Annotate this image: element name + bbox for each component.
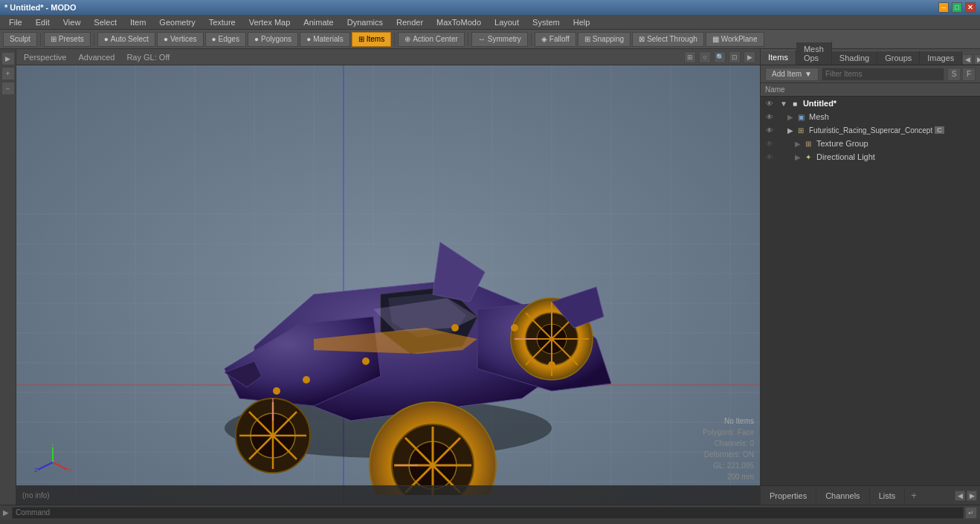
action-center-button[interactable]: ⊕ Action Center: [398, 32, 465, 47]
menu-item-help[interactable]: Help: [567, 16, 596, 28]
title-bar: * Untitled* - MODO ─ □ ✕: [0, 0, 980, 15]
bp-tab-channels[interactable]: Channels: [816, 488, 869, 503]
icon-group-texgrp: ⊞: [803, 138, 813, 149]
sculpt-button[interactable]: Sculpt: [3, 32, 37, 47]
bottom-panel: Properties Channels Lists + ◀ ▶: [761, 485, 980, 505]
items-button[interactable]: ⊞ Items: [352, 32, 391, 47]
r-ctrl-1[interactable]: ◀: [962, 54, 973, 65]
menu-item-layout[interactable]: Layout: [489, 16, 525, 28]
eye-icon-texgrp[interactable]: 👁: [764, 138, 776, 149]
s-button[interactable]: S: [947, 68, 961, 81]
auto-select-button[interactable]: ● Auto Select: [97, 32, 155, 47]
eye-icon-untitled[interactable]: 👁: [764, 97, 776, 109]
menu-item-texture[interactable]: Texture: [203, 16, 242, 28]
maximize-button[interactable]: □: [952, 2, 962, 13]
r-ctrl-2[interactable]: ▶: [974, 54, 980, 65]
command-label: ▶: [3, 508, 9, 517]
viewport-header: Perspective Advanced Ray GL: Off ⊞ ○ 🔍 ⊡…: [16, 49, 760, 65]
left-tool-2[interactable]: +: [1, 67, 15, 80]
menu-item-maxtomodo[interactable]: MaxToModo: [431, 16, 487, 28]
menu-item-animate[interactable]: Animate: [297, 16, 339, 28]
right-panel-tabs: Items Mesh Ops Shading Groups Images ◀ ▶: [761, 49, 980, 65]
expand-icon-dirlight[interactable]: ▶: [795, 153, 801, 161]
bp-tab-add[interactable]: +: [905, 487, 923, 504]
items-list: 👁 ▼ ■ Untitled* 👁 ▶ ▣ Mesh 👁 ▶ ⊞ Futur: [761, 97, 980, 485]
menu-item-file[interactable]: File: [3, 16, 28, 28]
eye-icon-dirlight[interactable]: 👁: [764, 151, 776, 163]
tab-images[interactable]: Images: [920, 51, 962, 65]
racing-badge: C: [935, 126, 944, 134]
item-label-texgrp: Texture Group: [816, 139, 868, 148]
item-row-racing[interactable]: 👁 ▶ ⊞ Futuristic_Racing_Supercar_Concept…: [761, 123, 980, 137]
eye-icon-mesh[interactable]: 👁: [764, 111, 776, 123]
expand-icon-racing[interactable]: ▶: [787, 126, 793, 135]
polygons-button[interactable]: ● Polygons: [248, 32, 298, 47]
menu-item-vertex map[interactable]: Vertex Map: [243, 16, 297, 28]
menu-item-dynamics[interactable]: Dynamics: [341, 16, 389, 28]
viewport-tab-perspective[interactable]: Perspective: [21, 51, 69, 63]
minimize-button[interactable]: ─: [938, 2, 949, 13]
name-column-header: Name: [765, 85, 785, 94]
select-through-button[interactable]: ⊠ Select Through: [632, 32, 704, 47]
menu-item-system[interactable]: System: [526, 16, 566, 28]
app-title: * Untitled* - MODO: [4, 3, 77, 12]
vertices-button[interactable]: ● Vertices: [157, 32, 204, 47]
item-row-dirlight[interactable]: 👁 ▶ ✦ Directional Light: [761, 150, 980, 164]
presets-button[interactable]: ⊞ Presets: [44, 32, 91, 47]
vp-ctrl-4[interactable]: ⊡: [729, 51, 741, 63]
falloff-button[interactable]: ◈ Falloff: [535, 32, 576, 47]
vp-ctrl-1[interactable]: ⊞: [684, 51, 696, 63]
item-row-untitled[interactable]: 👁 ▼ ■ Untitled*: [761, 97, 980, 110]
menu-item-geometry[interactable]: Geometry: [153, 16, 201, 28]
edges-button[interactable]: ● Edges: [205, 32, 246, 47]
bp-tab-properties[interactable]: Properties: [761, 488, 816, 503]
status-size: 200 mm: [703, 471, 754, 482]
toolbar-separator-3: [394, 33, 395, 46]
add-item-button[interactable]: Add Item ▼: [765, 68, 819, 81]
item-row-texgrp[interactable]: 👁 ▶ ⊞ Texture Group: [761, 137, 980, 150]
workplane-button[interactable]: ▦ WorkPlane: [706, 32, 764, 47]
vp-ctrl-3[interactable]: 🔍: [714, 51, 726, 63]
command-submit[interactable]: ↵: [965, 507, 977, 519]
viewport[interactable]: Perspective Advanced Ray GL: Off ⊞ ○ 🔍 ⊡…: [16, 49, 760, 505]
eye-icon-racing[interactable]: 👁: [764, 124, 776, 136]
menu-item-item[interactable]: Item: [124, 16, 152, 28]
left-tool-3[interactable]: −: [1, 82, 15, 95]
menu-item-view[interactable]: View: [57, 16, 87, 28]
main-area: ▶ + − Perspective Advanced Ray GL: Off ⊞…: [0, 49, 980, 505]
menu-item-render[interactable]: Render: [390, 16, 429, 28]
item-row-mesh[interactable]: 👁 ▶ ▣ Mesh: [761, 110, 980, 123]
viewport-tab-advanced[interactable]: Advanced: [75, 51, 117, 63]
bp-ctrl-2[interactable]: ▶: [967, 491, 977, 501]
viewport-status-bar: (no info): [16, 485, 760, 505]
symmetry-button[interactable]: ↔ Symmetry: [471, 32, 528, 47]
bp-ctrl-1[interactable]: ◀: [955, 491, 965, 501]
vp-ctrl-5[interactable]: ▶: [744, 51, 755, 63]
sf-buttons: S F: [947, 68, 976, 81]
icon-group-racing: ⊞: [796, 125, 806, 135]
materials-button[interactable]: ● Materials: [300, 32, 350, 47]
close-button[interactable]: ✕: [965, 2, 976, 13]
right-panel: Items Mesh Ops Shading Groups Images ◀ ▶…: [760, 49, 980, 505]
tab-mesh-ops[interactable]: Mesh Ops: [796, 42, 832, 65]
expand-icon-untitled[interactable]: ▼: [780, 100, 787, 108]
tab-items[interactable]: Items: [761, 50, 796, 65]
viewport-tab-raygl[interactable]: Ray GL: Off: [123, 51, 173, 63]
tab-shading[interactable]: Shading: [832, 51, 877, 65]
command-bar: ▶ ↵: [0, 505, 980, 520]
expand-icon-texgrp[interactable]: ▶: [795, 140, 801, 148]
tab-groups[interactable]: Groups: [877, 51, 920, 65]
f-button[interactable]: F: [962, 68, 976, 81]
bp-tab-lists[interactable]: Lists: [870, 488, 906, 503]
filter-items-input[interactable]: [822, 68, 944, 81]
menu-item-select[interactable]: Select: [88, 16, 123, 28]
vp-ctrl-2[interactable]: ○: [699, 51, 711, 63]
bp-controls: ◀ ▶: [955, 491, 980, 501]
left-tool-1[interactable]: ▶: [1, 52, 15, 65]
expand-icon-mesh[interactable]: ▶: [787, 113, 793, 121]
command-input[interactable]: [12, 507, 964, 519]
snapping-button[interactable]: ⊞ Snapping: [578, 32, 631, 47]
menu-item-edit[interactable]: Edit: [30, 16, 56, 28]
status-deformers: Deformers: ON: [703, 449, 754, 460]
svg-text:Z: Z: [34, 467, 38, 473]
